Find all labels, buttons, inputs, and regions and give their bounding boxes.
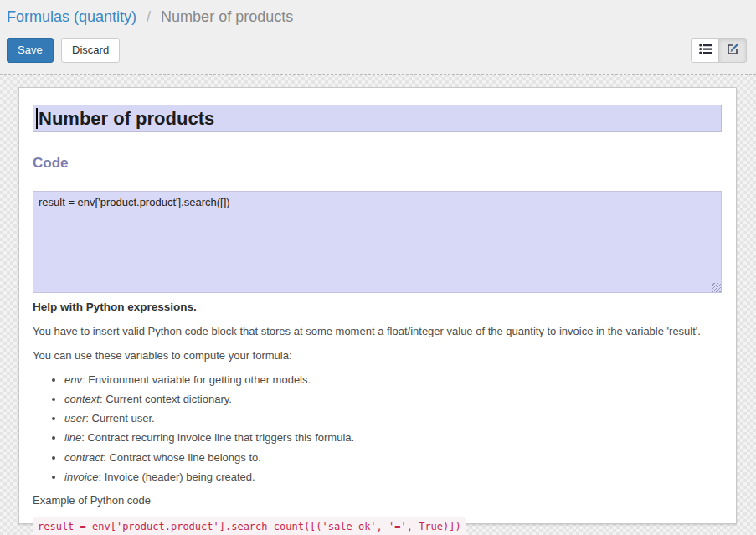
view-switcher [691,38,747,63]
variable-desc: : Current user. [85,412,154,424]
formula-code-textarea[interactable]: result = env['product.product'].search([… [33,191,722,293]
variables-list: env: Environment variable for getting ot… [33,373,722,484]
breadcrumb: Formulas (quantity) / Number of products [7,7,748,27]
control-panel: Formulas (quantity) / Number of products… [0,0,756,75]
help-intro-text: You have to insert valid Python code blo… [33,324,722,339]
breadcrumb-current: Number of products [161,8,293,25]
variable-desc: : Contract recurring invoice line that t… [81,431,354,444]
variable-name: context [64,393,100,405]
example-code-snippet: result = env['product.product'].search_c… [33,517,466,535]
save-button[interactable]: Save [7,38,54,63]
record-name-input[interactable] [33,105,722,132]
list-icon [699,44,712,57]
list-item: line: Contract recurring invoice line th… [64,430,722,445]
code-section-heading: Code [33,155,722,172]
example-label: Example of Python code [33,493,722,508]
help-heading: Help with Python expressions. [33,300,722,315]
list-item: env: Environment variable for getting ot… [64,373,722,388]
edit-icon [727,43,739,58]
variables-intro-text: You can use these variables to compute y… [33,348,722,363]
variable-desc: : Contract whose line belongs to. [103,451,261,464]
text-cursor [36,108,38,129]
variable-desc: : Current context dictionary. [100,393,232,405]
list-item: invoice: Invoice (header) being created. [64,470,722,485]
textarea-resize-handle[interactable] [712,283,721,292]
variable-name: invoice [64,471,98,483]
list-item: user: Current user. [64,411,722,426]
list-view-button[interactable] [691,38,719,63]
variable-desc: : Environment variable for getting other… [82,373,311,386]
list-item: contract: Contract whose line belongs to… [64,450,722,466]
list-item: context: Current context dictionary. [64,392,722,407]
form-buttons: Save Discard [7,38,120,63]
form-sheet: Code result = env['product.product'].sea… [18,87,737,524]
record-name-field [33,105,722,132]
form-edit-view-button[interactable] [718,38,747,63]
variable-name: env [64,373,82,386]
variable-name: user [64,412,85,424]
variable-name: line [64,431,81,444]
variable-name: contract [64,451,103,464]
variable-desc: : Invoice (header) being created. [98,471,255,483]
help-section: Help with Python expressions. You have t… [33,300,722,535]
breadcrumb-parent-link[interactable]: Formulas (quantity) [7,8,136,25]
discard-button[interactable]: Discard [61,38,120,63]
breadcrumb-separator: / [147,8,151,25]
